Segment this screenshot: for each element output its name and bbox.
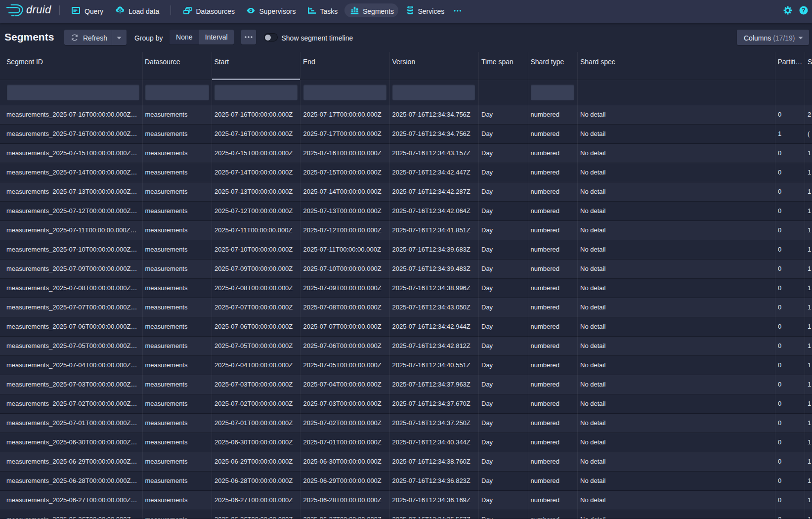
svg-text:?: ? [802,7,805,14]
